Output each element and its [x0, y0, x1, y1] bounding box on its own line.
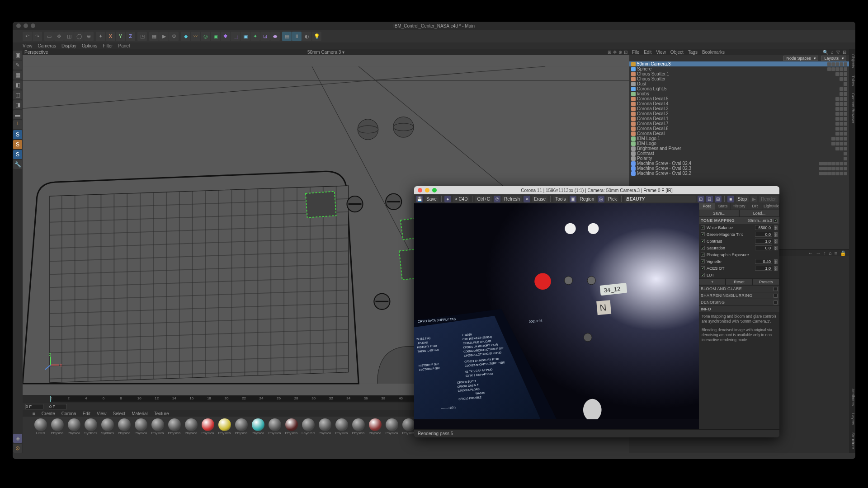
traffic-lights[interactable]: [16, 23, 35, 28]
material-swatch[interactable]: Physica: [183, 418, 199, 435]
vp-max-icon[interactable]: ⊡: [624, 50, 627, 55]
bulb-icon[interactable]: 💡: [312, 32, 321, 41]
object-row[interactable]: Polarity: [629, 156, 849, 161]
tm-spinner[interactable]: ▲▼: [774, 259, 778, 264]
vfb-tab-stats[interactable]: Stats: [715, 203, 731, 210]
menu-panel[interactable]: Panel: [118, 43, 130, 48]
tm-add-button[interactable]: +: [699, 278, 726, 285]
frame-start-input[interactable]: [25, 404, 43, 409]
attr-mode-icon[interactable]: ≡: [835, 250, 837, 256]
vfb-tab-history[interactable]: History: [731, 203, 747, 210]
om-file[interactable]: File: [632, 50, 639, 55]
vfb-load-settings-button[interactable]: Load...: [739, 210, 779, 217]
volume-icon[interactable]: ⊡: [260, 32, 270, 41]
object-row[interactable]: 50mm Camera.3: [629, 61, 849, 66]
tm-checkbox[interactable]: ✓: [701, 253, 705, 257]
material-swatch[interactable]: Physica: [116, 418, 132, 435]
tm-checkbox[interactable]: ✓: [701, 266, 705, 270]
tm-spinner[interactable]: ▲▼: [774, 232, 778, 237]
material-swatch[interactable]: Physica: [317, 418, 333, 435]
vfb-region-button[interactable]: Region: [578, 196, 596, 202]
menu-filter[interactable]: Filter: [103, 43, 113, 48]
vfb-render-button[interactable]: Render: [759, 196, 778, 202]
tm-spinner[interactable]: ▲▼: [774, 246, 778, 250]
object-row[interactable]: Sphere: [629, 66, 849, 71]
tm-checkbox[interactable]: ✓: [701, 246, 705, 250]
wrench-icon[interactable]: 🔧: [13, 160, 22, 169]
section-bloom[interactable]: BLOOM AND GLARE: [699, 285, 779, 292]
matmenu-edit[interactable]: Edit: [83, 411, 90, 416]
attr-fwd-icon[interactable]: →: [816, 250, 821, 256]
object-row[interactable]: Corona Decal.1: [629, 116, 849, 121]
vp-zoom-icon[interactable]: ⊕: [618, 50, 622, 55]
object-row[interactable]: Corona Light.5: [629, 86, 849, 91]
vfb-titlebar[interactable]: Corona 11 | 1596×1113px (1:1) | Camera: …: [414, 186, 779, 194]
material-swatch[interactable]: Physica: [367, 418, 383, 435]
spline-icon[interactable]: 〰: [191, 32, 200, 41]
tab-structure[interactable]: Structure: [849, 429, 855, 453]
tm-checkbox[interactable]: ✓: [701, 239, 705, 243]
tm-presets-button[interactable]: Presets: [753, 278, 779, 285]
object-row[interactable]: Dust: [629, 81, 849, 86]
attr-home-icon[interactable]: ⌂: [829, 250, 832, 256]
vfb-render-icon[interactable]: ▶: [750, 196, 757, 202]
placement-tool-icon[interactable]: ✦: [96, 32, 105, 41]
vp-hud-icon[interactable]: ⊞: [608, 50, 611, 55]
object-row[interactable]: Machine Screw - Oval 02.2: [629, 171, 849, 176]
vfb-zoom-fit-icon[interactable]: ⊡: [698, 196, 704, 202]
vfb-erase-button[interactable]: Erase: [532, 196, 547, 202]
main-titlebar[interactable]: IBM_Control_Center_NASA.c4d * - Main: [13, 22, 855, 30]
object-row[interactable]: Corona Decal.3: [629, 106, 849, 111]
render-settings-icon[interactable]: ⚙: [169, 32, 179, 41]
tab-objects[interactable]: Objects: [849, 51, 855, 72]
ipr-toggle-icon[interactable]: ▦: [282, 32, 292, 41]
generator-icon[interactable]: ◎: [201, 32, 210, 41]
material-swatch[interactable]: Physica: [250, 418, 266, 435]
tab-content-browser[interactable]: Content Browser: [849, 89, 855, 127]
object-row[interactable]: IBM Logo: [629, 141, 849, 146]
vfb-tab-lightmix[interactable]: LightMix: [763, 203, 779, 210]
material-swatch[interactable]: Synthes: [99, 418, 115, 435]
attr-up-icon[interactable]: ↑: [823, 250, 826, 256]
snap-s1-icon[interactable]: S: [13, 130, 22, 139]
cube-primitive-icon[interactable]: ◆: [181, 32, 190, 41]
tm-checkbox[interactable]: ✓: [701, 232, 705, 236]
matmenu-corona[interactable]: Corona: [61, 411, 76, 416]
vfb-pick-icon[interactable]: ◎: [598, 196, 604, 202]
tm-reset-button[interactable]: Reset: [726, 278, 752, 285]
material-swatch[interactable]: Physica: [200, 418, 216, 435]
tm-sync-checkbox[interactable]: ✓: [774, 219, 778, 223]
vfb-save-button[interactable]: Save: [425, 196, 439, 202]
vfb-save-icon[interactable]: 💾: [416, 196, 423, 202]
material-swatch[interactable]: Physica: [217, 418, 232, 435]
lock-z-icon[interactable]: Z: [126, 32, 135, 41]
section-sharpening[interactable]: SHARPENING/BLURRING: [699, 292, 779, 299]
object-row[interactable]: Corona Decal.4: [629, 101, 849, 106]
vfb-stop-button[interactable]: Stop: [736, 196, 749, 202]
ipr-pause-icon[interactable]: ⏸: [292, 32, 302, 41]
vfb-tab-post[interactable]: Post: [699, 203, 715, 210]
material-swatch[interactable]: Synthes: [83, 418, 99, 435]
rotate-tool-icon[interactable]: ◯: [74, 32, 84, 41]
vp-nav-icon[interactable]: ✥: [613, 50, 617, 55]
om-object[interactable]: Object: [670, 50, 684, 55]
vfb-channel-dropdown[interactable]: BEAUTY: [624, 196, 695, 202]
viewport-camera[interactable]: 50mm Camera.3 ▾: [307, 50, 344, 55]
material-swatch[interactable]: HDRI: [33, 418, 48, 435]
tm-spinner[interactable]: ▲▼: [774, 239, 778, 244]
move-tool-icon[interactable]: ✥: [54, 32, 64, 41]
poly-mode-icon[interactable]: ▬: [13, 110, 22, 119]
camera-icon[interactable]: ▣: [241, 32, 250, 41]
vfb-zoom-in-icon[interactable]: ⊞: [715, 196, 722, 202]
paint-mode-icon[interactable]: ✎: [13, 61, 22, 70]
vfb-tab-dr[interactable]: DR: [747, 203, 764, 210]
matmenu-≡[interactable]: ≡: [33, 411, 35, 416]
matmenu-view[interactable]: View: [97, 411, 107, 416]
tm-spinner[interactable]: ▲▼: [774, 266, 778, 271]
frame-current-input[interactable]: [49, 404, 67, 409]
menu-view[interactable]: View: [23, 43, 33, 48]
cube-icon[interactable]: ◧: [13, 80, 22, 89]
layouts-dropdown[interactable]: Layouts: [821, 56, 846, 61]
material-swatch[interactable]: Physica: [166, 418, 182, 435]
point-mode-icon[interactable]: ◫: [13, 90, 22, 99]
